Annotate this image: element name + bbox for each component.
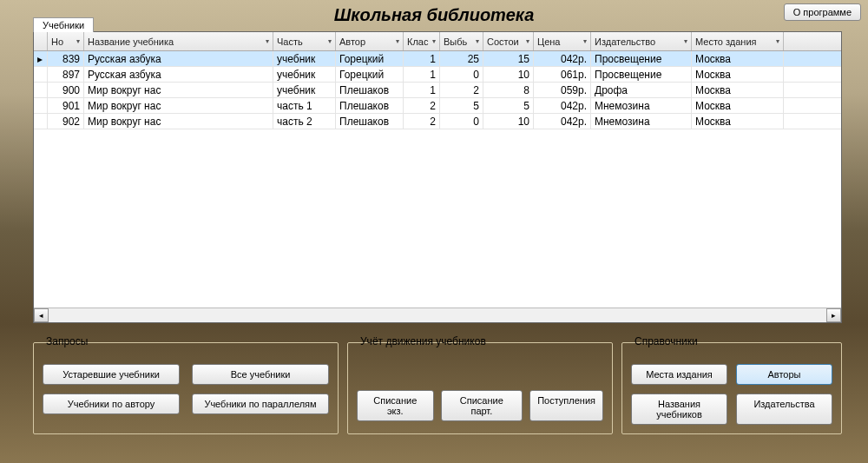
writeoff-batch-button[interactable]: Списание парт.	[441, 390, 523, 421]
cell-author: Плешаков	[336, 114, 404, 129]
by-author-button[interactable]: Учебники по автору	[43, 394, 180, 414]
col-vyb[interactable]: Выбь▾	[440, 32, 483, 50]
table-row[interactable]: 902Мир вокруг насчасть 2Плешаков2010042р…	[34, 114, 841, 129]
group-queries-title: Запросы	[43, 335, 91, 347]
group-queries: Запросы Устаревшие учебники Все учебники…	[33, 342, 339, 434]
dropdown-icon: ▾	[583, 37, 587, 45]
dropdown-icon: ▾	[396, 37, 399, 45]
cell-price: 042р.	[534, 114, 591, 129]
publishers-button[interactable]: Издательства	[736, 394, 832, 425]
col-title[interactable]: Название учебника▾	[84, 32, 273, 50]
cell-publisher: Просвещение	[591, 51, 692, 66]
table-row[interactable]: 901Мир вокруг насчасть 1Плешаков255042р.…	[34, 98, 841, 114]
col-grade[interactable]: Клас▾	[404, 32, 440, 50]
cell-grade: 2	[404, 114, 440, 129]
row-selector[interactable]	[34, 114, 48, 129]
dropdown-icon: ▾	[776, 37, 779, 45]
col-sost[interactable]: Состои▾	[483, 32, 534, 50]
tab-textbooks[interactable]: Учебники	[33, 17, 94, 32]
col-part[interactable]: Часть▾	[273, 32, 336, 50]
cell-publisher: Просвещение	[591, 67, 692, 82]
cell-no: 839	[48, 51, 84, 66]
cell-title: Русская азбука	[84, 67, 273, 82]
writeoff-copy-button[interactable]: Списание экз.	[357, 390, 434, 421]
row-selector[interactable]	[34, 98, 48, 113]
group-references: Справочники Места издания Авторы Названи…	[621, 342, 842, 434]
row-selector[interactable]: ▸	[34, 51, 48, 66]
cell-grade: 1	[404, 51, 440, 66]
scroll-track[interactable]	[49, 308, 826, 322]
table-row[interactable]: 900Мир вокруг насучебникПлешаков128059р.…	[34, 83, 841, 98]
cell-price: 042р.	[534, 51, 591, 66]
group-movement-title: Учёт движения учебников	[357, 335, 490, 347]
cell-price: 059р.	[534, 83, 591, 97]
cell-part: часть 2	[273, 114, 336, 129]
cell-place: Москва	[692, 98, 784, 113]
cell-title: Мир вокруг нас	[84, 83, 273, 97]
about-button[interactable]: О программе	[784, 3, 861, 21]
cell-publisher: Мнемозина	[591, 114, 692, 129]
cell-place: Москва	[692, 51, 784, 66]
cell-price: 042р.	[534, 98, 591, 113]
cell-sost: 5	[483, 98, 534, 113]
scrollbar-horizontal[interactable]: ◂ ▸	[34, 308, 841, 322]
sort-icon: ▾	[76, 37, 80, 45]
cell-sost: 15	[483, 51, 534, 66]
cell-title: Русская азбука	[84, 51, 273, 66]
dropdown-icon: ▾	[432, 37, 436, 45]
cell-part: часть 1	[273, 98, 336, 113]
textbooks-grid: Но▾ Название учебника▾ Часть▾ Автор▾ Кла…	[33, 31, 842, 323]
group-movement: Учёт движения учебников Списание экз. Сп…	[347, 342, 613, 434]
cell-publisher: Мнемозина	[591, 98, 692, 113]
cell-grade: 2	[404, 98, 440, 113]
cell-title: Мир вокруг нас	[84, 98, 273, 113]
old-textbooks-button[interactable]: Устаревшие учебники	[43, 364, 180, 385]
col-no[interactable]: Но▾	[48, 32, 84, 50]
col-place[interactable]: Место здания▾	[692, 32, 784, 50]
dropdown-icon: ▾	[266, 37, 269, 45]
cell-price: 061р.	[534, 67, 591, 82]
cell-no: 901	[48, 98, 84, 113]
cell-grade: 1	[404, 83, 440, 97]
cell-no: 902	[48, 114, 84, 129]
cell-place: Москва	[692, 67, 784, 82]
cell-vyb: 2	[440, 83, 483, 97]
cell-vyb: 5	[440, 98, 483, 113]
all-textbooks-button[interactable]: Все учебники	[192, 364, 329, 385]
col-price[interactable]: Цена▾	[534, 32, 591, 50]
cell-vyb: 0	[440, 67, 483, 82]
arrivals-button[interactable]: Поступления	[529, 390, 603, 421]
cell-grade: 1	[404, 67, 440, 82]
dropdown-icon: ▾	[526, 37, 529, 45]
row-selector[interactable]	[34, 67, 48, 82]
col-author[interactable]: Автор▾	[336, 32, 404, 50]
group-references-title: Справочники	[631, 335, 701, 347]
table-row[interactable]: ▸839Русская азбукаучебникГорецкий1251504…	[34, 51, 841, 67]
by-parallel-button[interactable]: Учебники по параллелям	[192, 394, 329, 414]
col-selector[interactable]	[34, 32, 48, 50]
dropdown-icon: ▾	[328, 37, 332, 45]
cell-part: учебник	[273, 51, 336, 66]
authors-button[interactable]: Авторы	[736, 364, 832, 385]
cell-place: Москва	[692, 83, 784, 97]
places-button[interactable]: Места издания	[631, 364, 727, 385]
cell-place: Москва	[692, 114, 784, 129]
cell-title: Мир вокруг нас	[84, 114, 273, 129]
cell-author: Горецкий	[336, 51, 404, 66]
col-publisher[interactable]: Издательство▾	[591, 32, 692, 50]
cell-author: Горецкий	[336, 67, 404, 82]
scroll-right-button[interactable]: ▸	[826, 308, 841, 322]
cell-author: Плешаков	[336, 83, 404, 97]
row-selector[interactable]	[34, 83, 48, 97]
page-title: Школьная библиотека	[0, 5, 868, 25]
cell-no: 897	[48, 67, 84, 82]
table-row[interactable]: 897Русская азбукаучебникГорецкий1010061р…	[34, 67, 841, 83]
scroll-left-button[interactable]: ◂	[34, 308, 49, 322]
cell-author: Плешаков	[336, 98, 404, 113]
cell-vyb: 25	[440, 51, 483, 66]
titles-button[interactable]: Названия учебников	[631, 394, 727, 425]
grid-body: ▸839Русская азбукаучебникГорецкий1251504…	[34, 51, 841, 308]
cell-no: 900	[48, 83, 84, 97]
cell-part: учебник	[273, 67, 336, 82]
cell-publisher: Дрофа	[591, 83, 692, 97]
